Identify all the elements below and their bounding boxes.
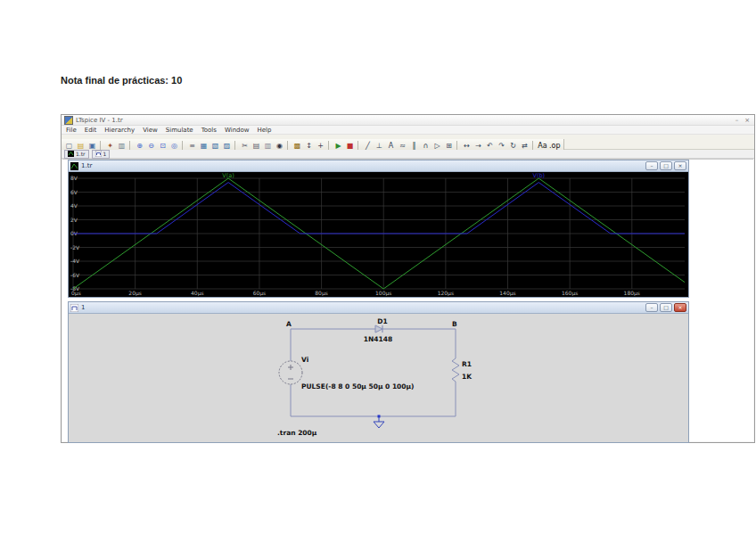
menu-edit[interactable]: Edit: [85, 127, 97, 134]
diode-symbol[interactable]: [375, 325, 382, 333]
close-button[interactable]: ×: [674, 303, 686, 312]
minimize-button[interactable]: –: [645, 303, 658, 312]
ltspice-app-icon: [64, 116, 73, 125]
close-button[interactable]: ×: [744, 116, 750, 125]
x-tick-label: 120µs: [438, 290, 454, 296]
menu-hierarchy[interactable]: Hierarchy: [104, 127, 135, 134]
mdi-client-area: 1.tr – □ × 8V6V4V2V0V-2V-4V-6V-8V0µs20µs…: [62, 159, 753, 441]
waveform-window-icon: [70, 162, 78, 170]
y-tick-label: -2V: [70, 244, 80, 251]
resistor-symbol[interactable]: [452, 358, 459, 385]
y-tick-label: 2V: [70, 217, 78, 223]
ground-symbol[interactable]: [374, 415, 384, 429]
trace-label-vb[interactable]: V(b): [533, 172, 546, 179]
x-tick-label: 80µs: [315, 290, 328, 296]
tab-plot-label: 1.tr: [76, 151, 86, 157]
schematic-window-icon: [70, 304, 78, 312]
close-button[interactable]: ×: [674, 161, 686, 170]
app-window-controls: – ×: [735, 116, 752, 125]
trace-label-va[interactable]: V(a): [222, 172, 234, 179]
schematic-window: 1 – □ ×: [68, 301, 689, 443]
restore-button[interactable]: □: [660, 161, 672, 170]
menu-view[interactable]: View: [143, 127, 158, 134]
x-tick-label: 140µs: [499, 290, 515, 296]
source-value-label: PULSE(-8 8 0 50µ 50µ 0 100µ): [301, 382, 415, 390]
tab-plot[interactable]: 1.tr: [64, 150, 89, 159]
toolbar-row: ▢▤▣✦▥⊕⊖⊡◎≡▦▧▨✂▤▥◉▩↕+▶■╱⊥A≈‖∩▷⊞↔→↶↷↻⇄Aa.o…: [62, 135, 754, 150]
restore-button[interactable]: □: [660, 303, 672, 312]
menu-window[interactable]: Window: [225, 127, 250, 134]
diode-model-label: 1N4148: [364, 335, 392, 343]
schematic-window-title: 1: [81, 304, 85, 311]
resistor-ref-label: R1: [462, 360, 472, 368]
y-tick-label: 6V: [70, 189, 78, 195]
tab-schematic-icon: [95, 151, 102, 157]
source-ref-label: Vi: [301, 356, 308, 364]
x-tick-label: 0µs: [71, 290, 81, 296]
menu-file[interactable]: File: [66, 127, 77, 134]
waveform-titlebar[interactable]: 1.tr – □ ×: [69, 160, 688, 172]
x-tick-label: 100µs: [375, 290, 391, 296]
menu-simulate[interactable]: Simulate: [166, 127, 193, 134]
x-tick-label: 180µs: [624, 290, 640, 296]
tab-plot-icon: [68, 151, 74, 157]
y-tick-label: 8V: [70, 175, 78, 181]
node-b-label: B: [452, 320, 457, 328]
x-tick-label: 20µs: [128, 290, 142, 296]
minimize-button[interactable]: –: [735, 116, 739, 125]
window-tab-row: 1.tr1: [62, 150, 754, 159]
schematic-window-controls: – □ ×: [645, 303, 686, 312]
x-tick-label: 40µs: [191, 290, 204, 296]
y-tick-label: 4V: [70, 202, 78, 209]
waveform-plot[interactable]: 8V6V4V2V0V-2V-4V-6V-8V0µs20µs40µs60µs80µ…: [69, 172, 686, 296]
y-tick-label: -4V: [70, 258, 80, 264]
minimize-button[interactable]: –: [645, 161, 658, 170]
tab-schematic[interactable]: 1: [92, 150, 111, 159]
x-tick-label: 160µs: [562, 290, 578, 296]
node-a-label: A: [286, 320, 292, 328]
final-grade-note: Nota final de prácticas: 10: [61, 75, 182, 86]
app-titlebar[interactable]: LTspice IV - 1.tr – ×: [62, 115, 754, 126]
ltspice-window: LTspice IV - 1.tr – × FileEditHierarchyV…: [61, 114, 755, 443]
resistor-value-label: 1K: [462, 373, 472, 381]
menu-help[interactable]: Help: [258, 127, 272, 134]
diode-ref-label: D1: [377, 317, 387, 325]
schematic-canvas[interactable]: A B D1 1N4148 Vi PULSE(-8 8 0 50µ 50µ 0 …: [69, 314, 686, 441]
tran-directive-label: .tran 200µ: [277, 429, 317, 437]
voltage-source-symbol[interactable]: [279, 361, 302, 384]
schematic-titlebar[interactable]: 1 – □ ×: [69, 302, 688, 314]
tab-schematic-label: 1: [103, 151, 107, 157]
trace-vb: [73, 183, 685, 234]
waveform-window: 1.tr – □ × 8V6V4V2V0V-2V-4V-6V-8V0µs20µs…: [68, 160, 689, 298]
app-title: LTspice IV - 1.tr: [76, 117, 123, 124]
x-tick-label: 60µs: [253, 290, 267, 296]
waveform-window-title: 1.tr: [81, 162, 92, 169]
waveform-window-controls: – □ ×: [645, 161, 686, 170]
y-tick-label: -6V: [70, 272, 80, 278]
menu-bar: FileEditHierarchyViewSimulateToolsWindow…: [62, 126, 754, 135]
menu-tools[interactable]: Tools: [201, 127, 217, 134]
